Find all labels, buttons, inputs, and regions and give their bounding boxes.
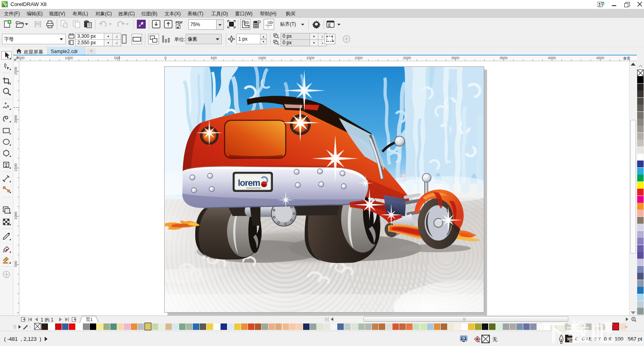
svg-text:lorem: lorem	[238, 178, 260, 188]
svg-text:x: x	[278, 36, 279, 39]
svg-text:y: y	[278, 43, 279, 45]
